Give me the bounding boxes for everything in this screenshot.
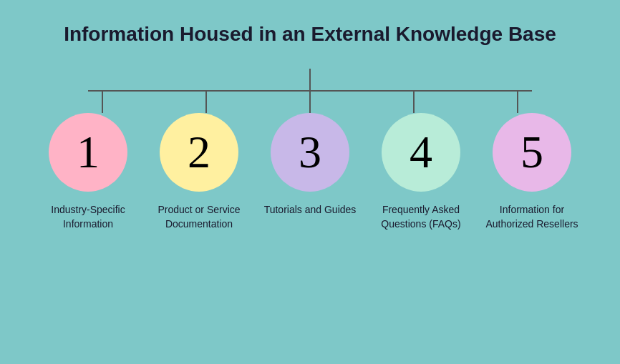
circle-label-1: Industry-Specific Information (38, 203, 138, 231)
list-item: 4 Frequently Asked Questions (FAQs) (371, 113, 471, 231)
list-item: 5 Information for Authorized Resellers (482, 113, 582, 231)
diagram: 1 Industry-Specific Information 2 Produc… (14, 69, 606, 350)
circle-4: 4 (382, 113, 460, 192)
circle-number-5: 5 (520, 129, 543, 175)
circle-label-5: Information for Authorized Resellers (482, 203, 582, 231)
circle-number-2: 2 (188, 129, 210, 175)
circle-label-4: Frequently Asked Questions (FAQs) (371, 203, 471, 231)
list-item: 2 Product or Service Documentation (149, 113, 249, 231)
circles-row: 1 Industry-Specific Information 2 Produc… (38, 113, 582, 231)
branch-line-4 (413, 92, 415, 113)
branch-line-2 (205, 92, 207, 113)
branch-line-5 (517, 92, 518, 113)
branch-line-1 (102, 92, 103, 113)
circle-3: 3 (271, 113, 349, 192)
circle-label-2: Product or Service Documentation (149, 203, 249, 231)
connector-top-line (309, 69, 311, 90)
list-item: 1 Industry-Specific Information (38, 113, 138, 231)
branch-connectors (52, 92, 568, 113)
circle-5: 5 (493, 113, 571, 192)
page-title: Information Housed in an External Knowle… (64, 21, 556, 47)
circle-2: 2 (160, 113, 238, 192)
circle-label-3: Tutorials and Guides (264, 203, 357, 217)
circle-number-3: 3 (299, 129, 321, 175)
branch-line-3 (309, 92, 311, 113)
circle-1: 1 (49, 113, 127, 192)
circle-number-4: 4 (410, 129, 432, 175)
page-container: Information Housed in an External Knowle… (0, 0, 620, 364)
circle-number-1: 1 (77, 129, 100, 175)
list-item: 3 Tutorials and Guides (260, 113, 360, 217)
